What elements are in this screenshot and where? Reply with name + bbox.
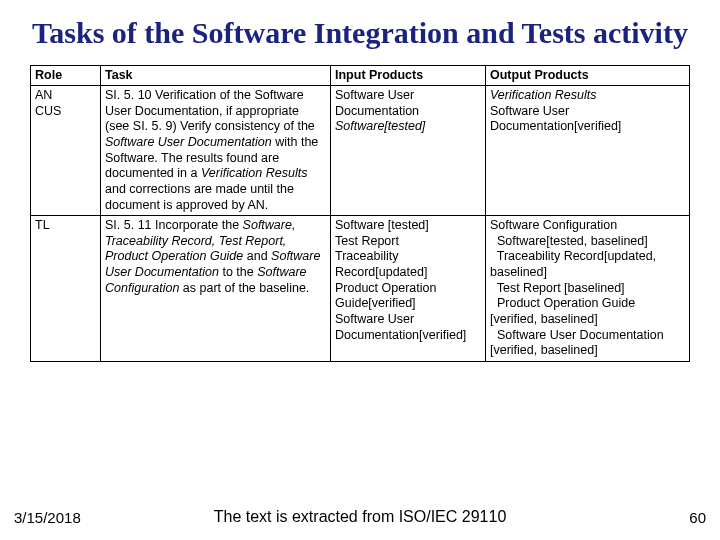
footer-page: 60 [689, 509, 706, 526]
tasks-table: Role Task Input Products Output Products… [30, 65, 690, 362]
cell-task: SI. 5. 10 Verification of the Software U… [101, 86, 331, 216]
cell-input: Software User DocumentationSoftware[test… [331, 86, 486, 216]
footer: 3/15/2018 The text is extracted from ISO… [0, 508, 720, 526]
header-input: Input Products [331, 65, 486, 86]
header-role: Role [31, 65, 101, 86]
cell-role: TL [31, 216, 101, 362]
cell-role: AN CUS [31, 86, 101, 216]
slide-title: Tasks of the Software Integration and Te… [30, 16, 690, 51]
cell-input: Software [tested]Test ReportTraceability… [331, 216, 486, 362]
footer-caption: The text is extracted from ISO/IEC 29110 [0, 508, 720, 526]
header-task: Task [101, 65, 331, 86]
cell-output: Software Configuration Software[tested, … [486, 216, 690, 362]
footer-date: 3/15/2018 [14, 509, 81, 526]
header-output: Output Products [486, 65, 690, 86]
table-header-row: Role Task Input Products Output Products [31, 65, 690, 86]
slide: Tasks of the Software Integration and Te… [0, 0, 720, 540]
cell-output: Verification ResultsSoftware User Docume… [486, 86, 690, 216]
table-row: AN CUS SI. 5. 10 Verification of the Sof… [31, 86, 690, 216]
table-row: TL SI. 5. 11 Incorporate the Software, T… [31, 216, 690, 362]
cell-task: SI. 5. 11 Incorporate the Software, Trac… [101, 216, 331, 362]
